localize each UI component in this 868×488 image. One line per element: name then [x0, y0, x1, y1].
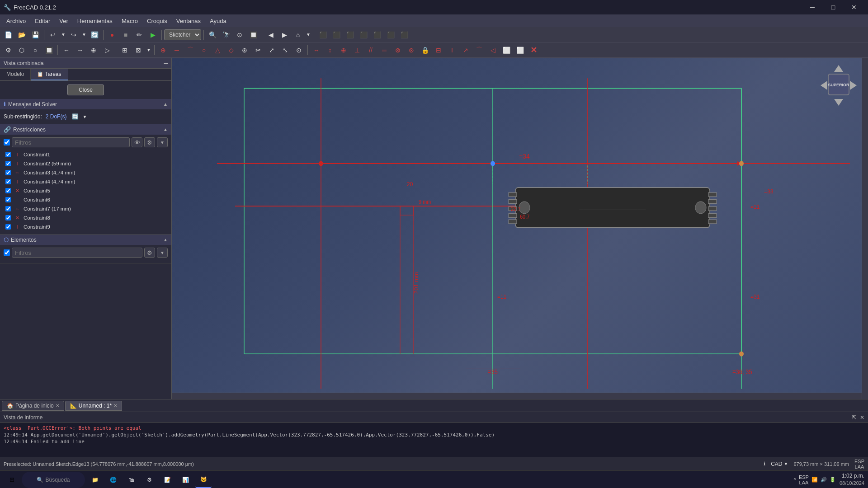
constraints-section-header[interactable]: 🔗 Restricciones ▲	[0, 124, 171, 135]
elements-collapse-arrow[interactable]: ▲	[163, 237, 168, 242]
geom-btn-1[interactable]: ⊕	[157, 44, 170, 56]
open-file-btn[interactable]: 📂	[15, 28, 28, 41]
geom-btn-7[interactable]: ⊛	[238, 44, 251, 56]
const-btn-5[interactable]: //	[364, 44, 377, 56]
const-btn-15[interactable]: ⬜	[500, 44, 513, 56]
cad-mode-btn[interactable]: CAD ▼	[771, 461, 788, 467]
list-item[interactable]: ↔Constraint7 (17 mm)	[4, 204, 168, 213]
sketch-btn-8[interactable]: ▷	[101, 44, 113, 56]
log-close-btn[interactable]: ✕	[860, 414, 864, 421]
const-btn-9[interactable]: 🔒	[419, 44, 431, 56]
elements-filter-drop-btn[interactable]: ▼	[157, 248, 168, 258]
network-icon[interactable]: 📶	[811, 477, 818, 483]
panel-collapse-btn[interactable]: ─	[164, 60, 168, 66]
nav-fwd-btn[interactable]: ▶	[278, 28, 291, 41]
menu-ver[interactable]: Ver	[55, 16, 73, 26]
const-btn-12[interactable]: ↗	[459, 44, 472, 56]
geom-btn-6[interactable]: ◇	[225, 44, 237, 56]
menu-editar[interactable]: Editar	[30, 16, 55, 26]
constraints-filter-drop-btn[interactable]: ▼	[157, 137, 168, 147]
geom-btn-4[interactable]: ○	[198, 44, 210, 56]
viewport-scrollbar-v[interactable]	[862, 58, 868, 399]
const-btn-14[interactable]: ◁	[486, 44, 499, 56]
solver-dropdown-btn[interactable]: ▼	[82, 114, 87, 119]
left-view-btn[interactable]: ⬛	[371, 28, 383, 41]
taskbar-settings[interactable]: ⚙	[141, 472, 157, 488]
sketch-canvas[interactable]: =34 20 9 mm	[172, 58, 868, 399]
list-item[interactable]: ✕Constraint8	[4, 213, 168, 222]
top-view-btn[interactable]: ⬛	[330, 28, 343, 41]
taskbar-store[interactable]: 🛍	[123, 472, 139, 488]
menu-ayuda[interactable]: Ayuda	[205, 16, 231, 26]
const-btn-11[interactable]: I	[446, 44, 458, 56]
volume-icon[interactable]: 🔊	[821, 477, 827, 483]
const-btn-13[interactable]: ⌒	[473, 44, 486, 56]
const-btn-3[interactable]: ⊕	[337, 44, 350, 56]
constraints-collapse-arrow[interactable]: ▲	[163, 127, 168, 132]
constraints-check-all[interactable]	[4, 139, 10, 145]
constraints-filter-input[interactable]	[12, 137, 130, 147]
save-btn[interactable]: 💾	[29, 28, 42, 41]
taskbar-files[interactable]: 📁	[87, 472, 103, 488]
sketch-btn-1[interactable]: ⚙	[2, 44, 14, 56]
dof-link[interactable]: 2 DoF(s)	[46, 113, 67, 120]
elements-filter-settings-btn[interactable]: ⚙	[144, 248, 155, 258]
start-button[interactable]: ⊞	[4, 472, 20, 488]
sketch-btn-3[interactable]: ○	[29, 44, 42, 56]
view-btn-2[interactable]: 🔭	[220, 28, 232, 41]
geom-btn-11[interactable]: ⊙	[292, 44, 305, 56]
menu-ventanas[interactable]: Ventanas	[172, 16, 205, 26]
const-btn-1[interactable]: ↔	[310, 44, 323, 56]
sketch-btn-4[interactable]: 🔲	[42, 44, 55, 56]
unnamed-tab-close[interactable]: ✕	[113, 403, 117, 408]
geom-btn-8[interactable]: ✂	[252, 44, 264, 56]
const-btn-4[interactable]: ⊥	[351, 44, 363, 56]
redo-btn[interactable]: ↪	[67, 28, 80, 41]
geom-btn-10[interactable]: ⤡	[279, 44, 292, 56]
solver-refresh-btn[interactable]: 🔄	[72, 113, 79, 120]
list-item[interactable]: ↔Constraint3 (4,74 mm)	[4, 168, 168, 177]
edit-btn[interactable]: ✏	[133, 28, 146, 41]
taskbar-excel[interactable]: 📊	[177, 472, 193, 488]
const-btn-10[interactable]: ⊟	[432, 44, 445, 56]
stop2-btn[interactable]: ■	[119, 28, 132, 41]
maximize-button[interactable]: □	[823, 0, 844, 14]
view-btn-4[interactable]: 🔲	[247, 28, 259, 41]
nav-back-btn[interactable]: ◀	[264, 28, 277, 41]
stop-btn[interactable]: ●	[106, 28, 118, 41]
geom-btn-9[interactable]: ⤢	[265, 44, 278, 56]
nav-home-btn[interactable]: ⌂	[292, 28, 304, 41]
tray-expand-btn[interactable]: ^	[794, 477, 796, 483]
elements-check-all[interactable]	[4, 249, 10, 256]
view-btn-1[interactable]: 🔍	[206, 28, 219, 41]
const-btn-8[interactable]: ⊗	[405, 44, 418, 56]
log-detach-btn[interactable]: ⇱	[852, 414, 856, 421]
const-btn-6[interactable]: ═	[378, 44, 391, 56]
grid-btn-2[interactable]: ⊠	[132, 44, 145, 56]
menu-archivo[interactable]: Archivo	[2, 16, 30, 26]
close-sketch-panel-btn[interactable]: Close	[67, 84, 104, 95]
sketch-btn-7[interactable]: ⊕	[87, 44, 100, 56]
geom-btn-2[interactable]: ─	[170, 44, 183, 56]
taskbar-search[interactable]: 🔍 Búsqueda	[22, 472, 85, 488]
geom-btn-5[interactable]: △	[211, 44, 224, 56]
clock-display[interactable]: 1:02 p.m. 08/10/2024	[840, 472, 864, 487]
close-button[interactable]: ✕	[844, 0, 864, 14]
tab-tareas[interactable]: 📋 Tareas	[31, 69, 68, 80]
grid-btn[interactable]: ⊞	[118, 44, 131, 56]
front-view-btn[interactable]: ⬛	[344, 28, 356, 41]
const-btn-2[interactable]: ↕	[324, 44, 336, 56]
redo-dropdown-btn[interactable]: ▼	[81, 28, 87, 41]
view-btn-3[interactable]: ⊙	[233, 28, 246, 41]
constraints-filter-eye-btn[interactable]: 👁	[132, 137, 142, 147]
list-item[interactable]: IConstraint9	[4, 222, 168, 231]
language-indicator[interactable]: ESP LAA	[799, 474, 809, 485]
taskbar-word[interactable]: 📝	[159, 472, 175, 488]
elements-filter-input[interactable]	[12, 248, 142, 258]
solver-section-header[interactable]: ℹ Mensajes del Solver ▲	[0, 99, 171, 109]
const-btn-7[interactable]: ⊗	[392, 44, 404, 56]
undo-dropdown-btn[interactable]: ▼	[60, 28, 66, 41]
nav-cube[interactable]: SUPERIOR	[818, 63, 859, 103]
grid-btn-drop[interactable]: ▼	[146, 44, 152, 56]
undo-btn[interactable]: ↩	[47, 28, 59, 41]
